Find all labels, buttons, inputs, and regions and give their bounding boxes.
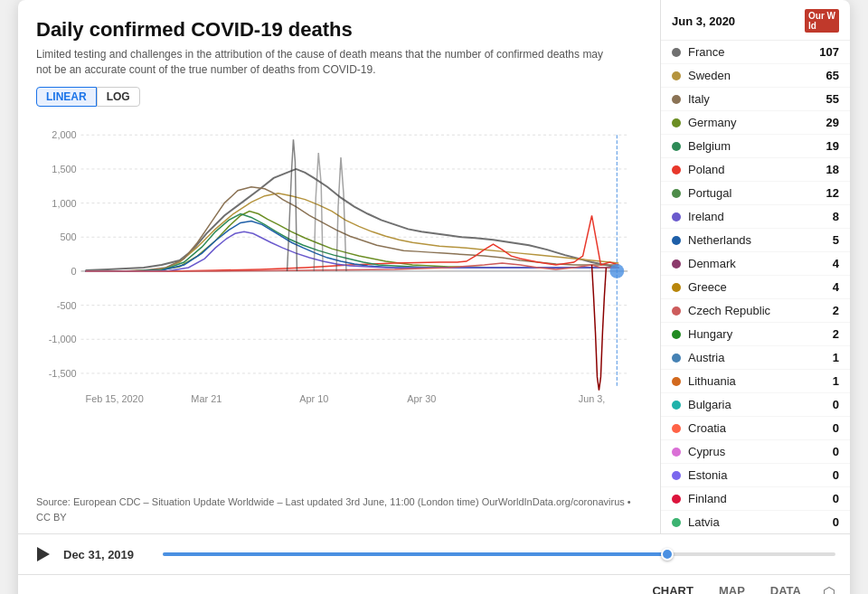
tab-map[interactable]: MAP: [706, 575, 758, 594]
source-text: Source: European CDC – Situation Update …: [36, 495, 646, 524]
slider-date-label: Dec 31, 2019: [63, 548, 154, 561]
country-name: Ireland: [688, 210, 833, 223]
country-value: 2: [833, 304, 839, 317]
country-name: Portugal: [688, 186, 826, 200]
country-row[interactable]: Estonia0: [661, 464, 850, 487]
country-row[interactable]: Germany29: [661, 111, 850, 135]
svg-text:1,500: 1,500: [52, 164, 76, 174]
country-value: 2: [833, 327, 839, 341]
country-value: 0: [833, 492, 839, 505]
country-value: 5: [833, 233, 839, 247]
country-row[interactable]: Poland18: [661, 158, 850, 182]
country-row[interactable]: Greece4: [661, 276, 850, 299]
country-dot: [672, 189, 681, 198]
play-button[interactable]: [33, 543, 54, 565]
country-list: France107Sweden65Italy55Germany29Belgium…: [661, 41, 850, 533]
country-dot: [672, 306, 681, 316]
country-row[interactable]: Lithuania1: [661, 370, 850, 393]
country-row[interactable]: Finland0: [661, 487, 850, 511]
country-value: 8: [833, 210, 839, 223]
country-value: 12: [826, 186, 839, 200]
scale-buttons: LINEAR LOG: [36, 87, 646, 107]
country-dot: [672, 48, 681, 57]
country-name: Germany: [688, 116, 826, 129]
country-value: 4: [833, 280, 839, 294]
bottom-bar: Dec 31, 2019: [18, 533, 850, 574]
country-value: 1: [833, 351, 839, 364]
country-name: Finland: [688, 492, 833, 505]
svg-text:Jun 3,: Jun 3,: [579, 392, 606, 403]
country-value: 0: [833, 445, 839, 458]
country-dot: [672, 401, 681, 410]
country-value: 0: [833, 515, 839, 529]
country-row[interactable]: Italy55: [661, 88, 850, 111]
country-name: Hungary: [688, 327, 833, 341]
country-name: Czech Republic: [688, 304, 833, 317]
country-name: Italy: [688, 92, 826, 106]
country-name: Belgium: [688, 139, 826, 153]
svg-text:Feb 15, 2020: Feb 15, 2020: [86, 392, 144, 403]
country-name: Lithuania: [688, 374, 833, 388]
country-dot: [672, 377, 681, 386]
country-name: Greece: [688, 280, 833, 294]
country-name: France: [688, 45, 819, 59]
country-row[interactable]: Latvia0: [661, 511, 850, 533]
chart-wrapper: 2,000 1,500 1,000 500 0 -500 -1,000 -1,5…: [36, 116, 646, 489]
svg-text:-500: -500: [57, 299, 77, 310]
country-row[interactable]: Ireland8: [661, 205, 850, 229]
linear-button[interactable]: LINEAR: [36, 87, 97, 107]
country-row[interactable]: France107: [661, 41, 850, 64]
country-row[interactable]: Portugal12: [661, 182, 850, 205]
country-value: 29: [826, 116, 839, 129]
sidebar-date: Jun 3, 2020 Our Wld: [661, 0, 850, 41]
country-value: 107: [819, 45, 839, 59]
country-dot: [672, 165, 681, 174]
country-value: 19: [826, 139, 839, 153]
country-dot: [672, 212, 681, 222]
country-name: Sweden: [688, 69, 826, 82]
country-row[interactable]: Cyprus0: [661, 440, 850, 464]
svg-text:500: 500: [60, 231, 76, 242]
country-name: Netherlands: [688, 233, 833, 247]
country-row[interactable]: Sweden65: [661, 64, 850, 88]
country-name: Bulgaria: [688, 398, 833, 411]
share-icon[interactable]: ⬡: [823, 584, 835, 595]
country-row[interactable]: Bulgaria0: [661, 393, 850, 417]
country-dot: [672, 518, 681, 527]
svg-text:Apr 10: Apr 10: [299, 392, 328, 403]
country-value: 55: [826, 92, 839, 106]
country-value: 18: [826, 163, 839, 176]
country-dot: [672, 95, 681, 104]
country-row[interactable]: Denmark4: [661, 252, 850, 276]
country-sidebar: Jun 3, 2020 Our Wld France107Sweden65Ita…: [660, 0, 850, 533]
main-card: Daily confirmed COVID-19 deaths Limited …: [18, 0, 850, 594]
country-row[interactable]: Hungary2: [661, 323, 850, 346]
country-row[interactable]: Netherlands5: [661, 229, 850, 252]
country-name: Cyprus: [688, 445, 833, 458]
chart-area: Daily confirmed COVID-19 deaths Limited …: [18, 0, 660, 533]
tab-chart[interactable]: CHART: [639, 575, 706, 594]
country-name: Austria: [688, 351, 833, 364]
country-row[interactable]: Austria1: [661, 346, 850, 370]
country-value: 4: [833, 257, 839, 270]
country-dot: [672, 283, 681, 292]
country-name: Poland: [688, 163, 826, 176]
country-row[interactable]: Belgium19: [661, 135, 850, 158]
country-value: 0: [833, 398, 839, 411]
chart-svg: 2,000 1,500 1,000 500 0 -500 -1,000 -1,5…: [36, 116, 646, 414]
country-dot: [672, 495, 681, 504]
country-row[interactable]: Czech Republic2: [661, 299, 850, 323]
log-button[interactable]: LOG: [97, 87, 140, 107]
chart-subtitle: Limited testing and challenges in the at…: [36, 47, 615, 78]
slider-fill: [163, 552, 667, 556]
timeline-slider[interactable]: [163, 552, 835, 556]
country-dot: [672, 424, 681, 433]
tab-data[interactable]: DATA: [758, 575, 814, 594]
play-icon: [37, 547, 50, 561]
country-dot: [672, 448, 681, 457]
country-row[interactable]: Croatia0: [661, 417, 850, 440]
country-dot: [672, 354, 681, 363]
slider-thumb: [661, 548, 674, 561]
svg-text:Mar 21: Mar 21: [191, 392, 222, 403]
country-dot: [672, 118, 681, 127]
